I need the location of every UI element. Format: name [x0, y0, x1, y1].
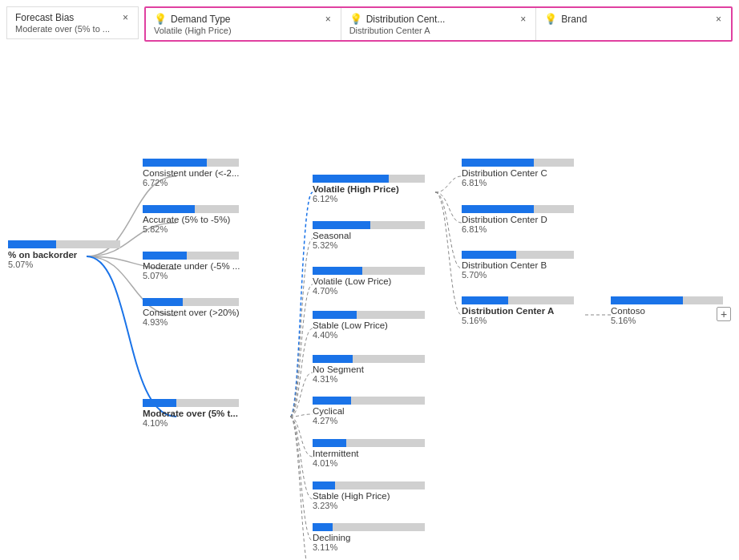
l2-bar-8	[313, 523, 425, 531]
l2-bar-4	[313, 355, 425, 363]
filter-close-demand[interactable]: ×	[324, 14, 333, 25]
l2-node-8: Declining 3.11%	[313, 523, 425, 552]
forecast-bias-card: Forecast Bias × Moderate over (5% to ...	[6, 6, 139, 39]
l4-bar-0	[611, 296, 723, 304]
l3-label-0: Distribution Center C	[462, 168, 574, 178]
l2-bar-fill-8	[313, 523, 333, 531]
filter-card-demand-type: 💡 Demand Type × Volatile (High Price)	[146, 8, 341, 40]
l3-pct-1: 6.81%	[462, 224, 574, 234]
main-container: Forecast Bias × Moderate over (5% to ...…	[0, 0, 739, 560]
l1-label-4: Moderate over (5% t...	[143, 409, 239, 418]
l2-bar-fill-7	[313, 481, 335, 489]
l2-node-6: Intermittent 4.01%	[313, 439, 425, 468]
l3-bar-1	[462, 205, 574, 213]
l3-bar-fill-1	[462, 205, 534, 213]
l1-pct-4: 4.10%	[143, 418, 239, 428]
filter-title-dist: Distribution Cent...	[366, 14, 446, 25]
l1-bar-fill-0	[143, 159, 207, 167]
l2-pct-7: 3.23%	[313, 501, 425, 510]
root-label: % on backorder	[8, 250, 120, 260]
l2-label-7: Stable (High Price)	[313, 491, 425, 501]
l1-label-3: Consistent over (>20%)	[143, 308, 240, 317]
l2-label-8: Declining	[313, 533, 425, 542]
forecast-bias-close[interactable]: ×	[121, 12, 130, 23]
l1-bar-4	[143, 399, 239, 407]
l2-node-1: Seasonal 5.32%	[313, 221, 425, 250]
l2-pct-2: 4.70%	[313, 286, 425, 296]
l1-bar-fill-3	[143, 298, 183, 306]
l2-bar-fill-2	[313, 267, 362, 275]
forecast-bias-value: Moderate over (5% to ...	[15, 24, 130, 34]
root-pct: 5.07%	[8, 260, 120, 269]
filter-title-brand: Brand	[561, 14, 587, 25]
l2-label-1: Seasonal	[313, 231, 425, 240]
l2-bar-fill-0	[313, 175, 389, 183]
l2-bar-0	[313, 175, 425, 183]
l3-pct-2: 5.70%	[462, 270, 574, 280]
root-bar-fill	[8, 240, 56, 248]
l2-node-4: No Segment 4.31%	[313, 355, 425, 384]
l2-pct-4: 4.31%	[313, 374, 425, 384]
l2-node-3: Stable (Low Price) 4.40%	[313, 311, 425, 340]
l1-node-2: Moderate under (-5% ... 5.07%	[143, 252, 240, 280]
expand-button[interactable]: +	[717, 307, 731, 321]
l1-pct-2: 5.07%	[143, 271, 240, 280]
filter-close-brand[interactable]: ×	[714, 14, 723, 25]
l1-node-1: Accurate (5% to -5%) 5.82%	[143, 205, 239, 234]
l1-node-4: Moderate over (5% t... 4.10%	[143, 399, 239, 428]
l1-bar-3	[143, 298, 239, 306]
l2-label-6: Intermittent	[313, 449, 425, 458]
l2-bar-fill-3	[313, 311, 357, 319]
l3-bar-fill-2	[462, 251, 516, 259]
bulb-icon-dist: 💡	[349, 13, 362, 25]
l1-bar-2	[143, 252, 239, 260]
l2-bar-3	[313, 311, 425, 319]
l1-node-3: Consistent over (>20%) 4.93%	[143, 298, 240, 327]
l2-node-0: Volatile (High Price) 6.12%	[313, 175, 425, 203]
l2-bar-fill-5	[313, 397, 351, 405]
l4-bar-fill-0	[611, 296, 683, 304]
forecast-bias-title: Forecast Bias	[15, 12, 74, 23]
filter-value-dist: Distribution Center A	[349, 26, 528, 35]
l3-label-3: Distribution Center A	[462, 306, 574, 316]
root-bar	[8, 240, 120, 248]
l2-bar-1	[313, 221, 425, 229]
l2-pct-0: 6.12%	[313, 194, 425, 203]
filter-title-demand: Demand Type	[171, 14, 231, 25]
l1-bar-fill-2	[143, 252, 187, 260]
l4-label-0: Contoso	[611, 306, 723, 316]
l2-pct-1: 5.32%	[313, 240, 425, 250]
l3-pct-3: 5.16%	[462, 316, 574, 325]
tree-area: % on backorder 5.07% Consistent under (<…	[0, 72, 739, 560]
l3-bar-3	[462, 296, 574, 304]
root-node: % on backorder 5.07%	[8, 240, 120, 269]
l2-node-2: Volatile (Low Price) 4.70%	[313, 267, 425, 296]
l1-label-1: Accurate (5% to -5%)	[143, 215, 239, 224]
filter-card-brand: 💡 Brand ×	[536, 8, 731, 40]
l2-bar-fill-4	[313, 355, 353, 363]
l2-label-0: Volatile (High Price)	[313, 184, 425, 194]
l3-bar-0	[462, 159, 574, 167]
l3-bar-fill-3	[462, 296, 508, 304]
l2-node-7: Stable (High Price) 3.23%	[313, 481, 425, 510]
l1-bar-fill-1	[143, 205, 195, 213]
l3-node-0: Distribution Center C 6.81%	[462, 159, 574, 187]
l2-bar-6	[313, 439, 425, 447]
filter-value-demand: Volatile (High Price)	[154, 26, 333, 35]
l1-pct-1: 5.82%	[143, 224, 239, 234]
l3-node-2: Distribution Center B 5.70%	[462, 251, 574, 280]
filter-card-distribution: 💡 Distribution Cent... × Distribution Ce…	[341, 8, 537, 40]
l2-label-2: Volatile (Low Price)	[313, 276, 425, 286]
l4-node-0: Contoso 5.16%	[611, 296, 723, 325]
filters-row: 💡 Demand Type × Volatile (High Price) 💡 …	[144, 6, 733, 42]
l1-bar-1	[143, 205, 239, 213]
l3-node-3: Distribution Center A 5.16%	[462, 296, 574, 325]
l2-bar-7	[313, 481, 425, 489]
filter-close-dist[interactable]: ×	[519, 14, 527, 25]
l2-bar-fill-1	[313, 221, 370, 229]
l1-bar-0	[143, 159, 239, 167]
l1-label-2: Moderate under (-5% ...	[143, 261, 240, 271]
l3-label-2: Distribution Center B	[462, 260, 574, 270]
l3-bar-2	[462, 251, 574, 259]
l2-bar-2	[313, 267, 425, 275]
